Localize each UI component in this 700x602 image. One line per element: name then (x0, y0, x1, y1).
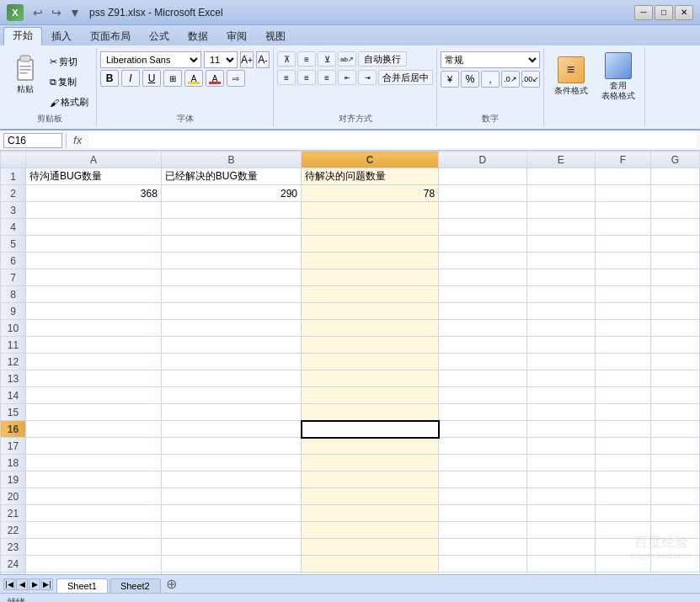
cell-A1[interactable]: 待沟通BUG数量 (26, 168, 162, 185)
quickaccess-dropdown[interactable]: ▼ (67, 5, 83, 20)
decrease-indent-button[interactable]: ⇤ (338, 70, 356, 85)
cell-B8[interactable] (161, 286, 301, 303)
cell-E22[interactable] (526, 522, 595, 539)
cell-E6[interactable] (526, 253, 595, 269)
cell-B4[interactable] (161, 219, 301, 236)
cell-B16[interactable] (161, 421, 301, 438)
cell-E20[interactable] (526, 488, 595, 505)
cell-E18[interactable] (526, 455, 595, 471)
cell-A10[interactable] (26, 320, 162, 337)
row-header-7[interactable]: 7 (1, 269, 26, 286)
cell-E1[interactable] (526, 168, 595, 185)
font-family-select[interactable]: Liberation Sans (100, 51, 201, 68)
font-size-increase-button[interactable]: A+ (240, 51, 254, 68)
cell-G21[interactable] (650, 505, 699, 522)
cell-A14[interactable] (26, 387, 162, 404)
cell-C24[interactable] (302, 556, 439, 573)
undo-button[interactable]: ↩ (30, 5, 45, 20)
tab-review[interactable]: 审阅 (217, 27, 256, 45)
row-header-16[interactable]: 16 (1, 421, 26, 438)
cell-F7[interactable] (596, 269, 651, 286)
maximize-button[interactable]: □ (655, 5, 673, 20)
cell-E12[interactable] (526, 354, 595, 370)
fill-color-button[interactable]: A (184, 70, 203, 87)
cell-B6[interactable] (161, 253, 301, 269)
bold-button[interactable]: B (100, 70, 119, 87)
cell-B14[interactable] (161, 387, 301, 404)
cell-G11[interactable] (650, 337, 699, 354)
cell-F6[interactable] (596, 253, 651, 269)
cell-F2[interactable] (596, 185, 651, 202)
align-right-button[interactable]: ≡ (318, 70, 336, 85)
format-painter-button[interactable]: 🖌 格式刷 (45, 93, 93, 111)
cell-G9[interactable] (650, 303, 699, 320)
row-header-2[interactable]: 2 (1, 185, 26, 202)
font-size-select[interactable]: 11 (204, 51, 238, 68)
cell-F9[interactable] (596, 303, 651, 320)
cell-C3[interactable] (302, 202, 439, 219)
row-header-14[interactable]: 14 (1, 387, 26, 404)
font-size-decrease-button[interactable]: A- (256, 51, 270, 68)
cell-F13[interactable] (596, 370, 651, 387)
align-left-button[interactable]: ≡ (277, 70, 296, 85)
col-header-C[interactable]: C (302, 152, 439, 168)
cell-C8[interactable] (302, 286, 439, 303)
cell-D22[interactable] (439, 522, 527, 539)
sheet-tab-2[interactable]: Sheet2 (110, 578, 161, 593)
cell-A2[interactable]: 368 (26, 185, 162, 202)
cell-C14[interactable] (302, 387, 439, 404)
wrap-text-button[interactable]: 自动换行 (358, 51, 407, 67)
cell-E10[interactable] (526, 320, 595, 337)
decimal-decrease-button[interactable]: .00↙ (521, 71, 540, 88)
row-header-8[interactable]: 8 (1, 286, 26, 303)
cell-F17[interactable] (596, 438, 651, 455)
cell-B12[interactable] (161, 354, 301, 370)
row-header-15[interactable]: 15 (1, 404, 26, 421)
cell-D7[interactable] (439, 269, 527, 286)
cell-A18[interactable] (26, 455, 162, 471)
cell-D20[interactable] (439, 488, 527, 505)
decimal-increase-button[interactable]: .0↗ (501, 71, 520, 88)
cell-A4[interactable] (26, 219, 162, 236)
cell-G5[interactable] (650, 236, 699, 253)
copy-button[interactable]: ⧉ 复制 (45, 73, 93, 91)
cell-F12[interactable] (596, 354, 651, 370)
cell-F14[interactable] (596, 387, 651, 404)
cell-A20[interactable] (26, 488, 162, 505)
cell-B24[interactable] (161, 556, 301, 573)
cell-E2[interactable] (526, 185, 595, 202)
cell-F11[interactable] (596, 337, 651, 354)
col-header-E[interactable]: E (526, 152, 595, 168)
cell-B5[interactable] (161, 236, 301, 253)
tab-page-layout[interactable]: 页面布局 (81, 27, 140, 45)
cell-A12[interactable] (26, 354, 162, 370)
cell-E15[interactable] (526, 404, 595, 421)
cell-D18[interactable] (439, 455, 527, 471)
cell-D23[interactable] (439, 539, 527, 556)
cell-C23[interactable] (302, 539, 439, 556)
cell-G17[interactable] (650, 438, 699, 455)
cell-B17[interactable] (161, 438, 301, 455)
cell-C18[interactable] (302, 455, 439, 471)
row-header-13[interactable]: 13 (1, 370, 26, 387)
cell-B11[interactable] (161, 337, 301, 354)
col-header-A[interactable]: A (26, 152, 162, 168)
cell-G3[interactable] (650, 202, 699, 219)
row-header-17[interactable]: 17 (1, 438, 26, 455)
row-header-1[interactable]: 1 (1, 168, 26, 185)
cell-F19[interactable] (596, 471, 651, 488)
cell-D4[interactable] (439, 219, 527, 236)
cell-D24[interactable] (439, 556, 527, 573)
font-color-button[interactable]: A (206, 70, 224, 87)
cell-B18[interactable] (161, 455, 301, 471)
cell-G10[interactable] (650, 320, 699, 337)
cell-C13[interactable] (302, 370, 439, 387)
cell-A3[interactable] (26, 202, 162, 219)
cell-B19[interactable] (161, 471, 301, 488)
cell-C17[interactable] (302, 438, 439, 455)
row-header-20[interactable]: 20 (1, 488, 26, 505)
close-button[interactable]: ✕ (675, 5, 693, 20)
cell-C21[interactable] (302, 505, 439, 522)
cell-E24[interactable] (526, 556, 595, 573)
cell-B20[interactable] (161, 488, 301, 505)
